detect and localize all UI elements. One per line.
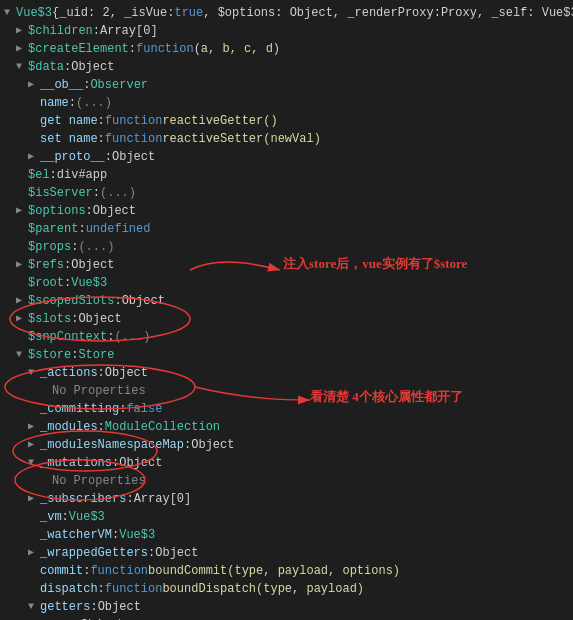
line-5[interactable]: get name: function reactiveGetter(): [0, 112, 573, 130]
key-1: $createElement: [28, 41, 129, 57]
line-9[interactable]: $isServer: (...): [0, 184, 573, 202]
line-3[interactable]: __ob__: Observer: [0, 76, 573, 94]
value-4: (...): [76, 95, 112, 111]
line-25[interactable]: No Properties: [0, 472, 573, 490]
key-0: $children: [28, 23, 93, 39]
key-8: $el: [28, 167, 50, 183]
line-13[interactable]: $refs: Object: [0, 256, 573, 274]
line-15[interactable]: $scopedSlots: Object: [0, 292, 573, 310]
key-7: __proto__: [40, 149, 105, 165]
line-11[interactable]: $parent: undefined: [0, 220, 573, 238]
arrow-right-10[interactable]: [16, 203, 28, 219]
line-22[interactable]: _modules: ModuleCollection: [0, 418, 573, 436]
line-26[interactable]: _subscribers: Array[0]: [0, 490, 573, 508]
line-29[interactable]: _wrappedGetters: Object: [0, 544, 573, 562]
arrow-down-18[interactable]: [16, 347, 28, 363]
value-32: Object: [98, 599, 141, 615]
key-12: $props: [28, 239, 71, 255]
console-panel: Vue$3 {_uid: 2, _isVue: true , $options:…: [0, 0, 573, 620]
key-5: get name: [40, 113, 98, 129]
key-16: $slots: [28, 311, 71, 327]
value-16: Object: [78, 311, 121, 327]
lines-container: $children: Array[0]$createElement: funct…: [0, 22, 573, 620]
value-18: Store: [78, 347, 114, 363]
header-line[interactable]: Vue$3 {_uid: 2, _isVue: true , $options:…: [0, 4, 573, 22]
arrow-right-0[interactable]: [16, 23, 28, 39]
value-13: Object: [71, 257, 114, 273]
key-25: No Properties: [52, 473, 146, 489]
key-11: $parent: [28, 221, 78, 237]
value-10: Object: [93, 203, 136, 219]
value-11: undefined: [86, 221, 151, 237]
line-32[interactable]: getters: Object: [0, 598, 573, 616]
value-17: (...): [114, 329, 150, 345]
line-14[interactable]: $root: Vue$3: [0, 274, 573, 292]
line-2[interactable]: $data: Object: [0, 58, 573, 76]
line-31[interactable]: dispatch: function boundDispatch(type, p…: [0, 580, 573, 598]
key-22: _modules: [40, 419, 98, 435]
arrow-right-26[interactable]: [28, 491, 40, 507]
key-26: _subscribers: [40, 491, 126, 507]
arrow-down-2[interactable]: [16, 59, 28, 75]
line-7[interactable]: __proto__: Object: [0, 148, 573, 166]
header-arrow[interactable]: [4, 5, 16, 21]
value-22: ModuleCollection: [105, 419, 220, 435]
key-28: _watcherVM: [40, 527, 112, 543]
value-21: false: [126, 401, 162, 417]
line-1[interactable]: $createElement: function (a, b, c, d): [0, 40, 573, 58]
line-30[interactable]: commit: function boundCommit(type, paylo…: [0, 562, 573, 580]
line-0[interactable]: $children: Array[0]: [0, 22, 573, 40]
key-32: getters: [40, 599, 90, 615]
value-19: Object: [105, 365, 148, 381]
arrow-right-15[interactable]: [16, 293, 28, 309]
key-30: commit: [40, 563, 83, 579]
key-9: $isServer: [28, 185, 93, 201]
key-31: dispatch: [40, 581, 98, 597]
line-33[interactable]: age: Object: [0, 616, 573, 620]
line-16[interactable]: $slots: Object: [0, 310, 573, 328]
key-29: _wrappedGetters: [40, 545, 148, 561]
line-21[interactable]: _committing: false: [0, 400, 573, 418]
line-27[interactable]: _vm: Vue$3: [0, 508, 573, 526]
line-20[interactable]: No Properties: [0, 382, 573, 400]
arrow-right-23[interactable]: [28, 437, 40, 453]
arrow-right-13[interactable]: [16, 257, 28, 273]
arrow-right-3[interactable]: [28, 77, 40, 93]
key-14: $root: [28, 275, 64, 291]
value-0: Array[0]: [100, 23, 158, 39]
key-17: $snpContext: [28, 329, 107, 345]
key-2: $data: [28, 59, 64, 75]
value-23: Object: [191, 437, 234, 453]
line-28[interactable]: _watcherVM: Vue$3: [0, 526, 573, 544]
arrow-right-22[interactable]: [28, 419, 40, 435]
line-18[interactable]: $store: Store: [0, 346, 573, 364]
value-14: Vue$3: [71, 275, 107, 291]
line-8[interactable]: $el: div#app: [0, 166, 573, 184]
header-vue3: Vue$3: [16, 5, 52, 21]
line-12[interactable]: $props: (...): [0, 238, 573, 256]
key-10: $options: [28, 203, 86, 219]
key-21: _committing: [40, 401, 119, 417]
line-19[interactable]: _actions: Object: [0, 364, 573, 382]
line-23[interactable]: _modulesNamespaceMap: Object: [0, 436, 573, 454]
arrow-down-19[interactable]: [28, 365, 40, 381]
arrow-right-29[interactable]: [28, 545, 40, 561]
value-2: Object: [71, 59, 114, 75]
arrow-right-7[interactable]: [28, 149, 40, 165]
key-24: _mutations: [40, 455, 112, 471]
value-30: boundCommit(type, payload, options): [148, 563, 400, 579]
value-12: (...): [78, 239, 114, 255]
arrow-down-24[interactable]: [28, 455, 40, 471]
arrow-right-1[interactable]: [16, 41, 28, 57]
line-6[interactable]: set name: function reactiveSetter(newVal…: [0, 130, 573, 148]
value-31: boundDispatch(type, payload): [162, 581, 364, 597]
key-15: $scopedSlots: [28, 293, 114, 309]
value-26: Array[0]: [134, 491, 192, 507]
line-4[interactable]: name: (...): [0, 94, 573, 112]
line-17[interactable]: $snpContext: (...): [0, 328, 573, 346]
arrow-down-32[interactable]: [28, 599, 40, 615]
line-10[interactable]: $options: Object: [0, 202, 573, 220]
value-27: Vue$3: [69, 509, 105, 525]
line-24[interactable]: _mutations: Object: [0, 454, 573, 472]
arrow-right-16[interactable]: [16, 311, 28, 327]
